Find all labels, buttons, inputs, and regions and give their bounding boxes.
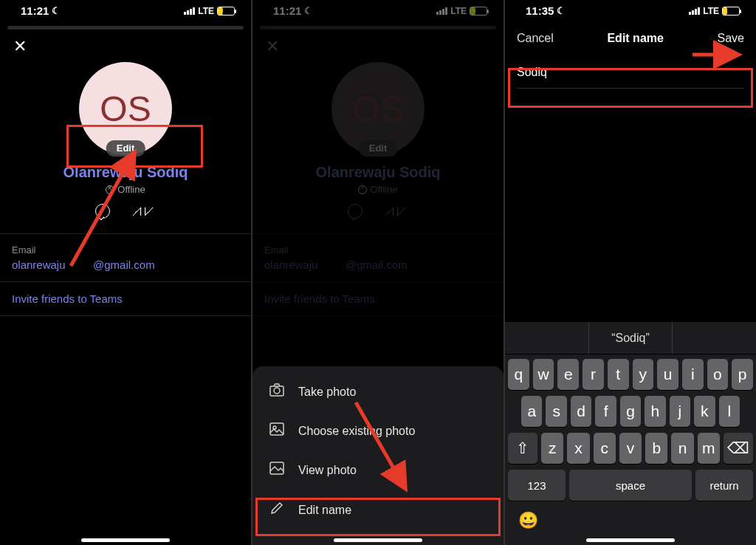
email-section: Email olanrewajuxxxxx@gmail.com: [0, 233, 251, 281]
profile-header: OS Edit Olanrewaju Sodiq Offline ⩘⩗: [0, 56, 251, 219]
activity-icon: ⩘⩗: [382, 204, 408, 219]
return-key[interactable]: return: [695, 470, 753, 501]
key-x[interactable]: x: [567, 433, 589, 464]
sheet-item-label: Edit name: [298, 504, 351, 517]
key-l[interactable]: l: [719, 396, 740, 427]
edit-name-option[interactable]: Edit name: [252, 490, 504, 530]
battery-icon: 29: [470, 7, 487, 16]
close-button: ✕: [252, 30, 504, 56]
home-indicator[interactable]: [586, 538, 675, 542]
space-key[interactable]: space: [569, 470, 692, 501]
offline-icon: [106, 185, 114, 194]
presence-label: Offline: [370, 184, 397, 195]
key-a[interactable]: a: [521, 396, 542, 427]
close-button[interactable]: ✕: [0, 30, 251, 56]
emoji-key[interactable]: 😀: [518, 511, 538, 529]
key-v[interactable]: v: [619, 433, 642, 464]
invite-friends-link: Invite friends to Teams: [252, 281, 504, 316]
key-j[interactable]: j: [670, 396, 690, 427]
pencil-icon: [269, 501, 285, 519]
screen-profile: 11:21 ☾ LTE 29 ✕ OS Edit Olanrewaju Sodi…: [0, 0, 251, 545]
presence-label: Offline: [117, 184, 145, 195]
screen-action-sheet: 11:21 ☾ LTE 29 ✕ OS Edit Olanrewaju Sodi…: [252, 0, 504, 545]
view-photo-option[interactable]: View photo: [252, 450, 504, 490]
cancel-button[interactable]: Cancel: [517, 32, 554, 45]
edit-avatar-button[interactable]: Edit: [106, 140, 145, 157]
avatar-initials: OS: [352, 89, 403, 129]
key-f[interactable]: f: [595, 396, 616, 427]
page-title: Edit name: [607, 32, 663, 45]
avatar-initials: OS: [100, 89, 151, 129]
edit-avatar-button: Edit: [359, 140, 398, 157]
battery-icon: 29: [217, 7, 235, 16]
activity-icon[interactable]: ⩘⩗: [129, 204, 156, 219]
image-icon: [269, 422, 285, 439]
keyboard-row-1: qwertyuiop: [508, 359, 753, 390]
numbers-key[interactable]: 123: [508, 470, 566, 501]
avatar[interactable]: OS Edit: [79, 62, 172, 155]
backspace-key[interactable]: ⌫: [724, 433, 753, 464]
key-o[interactable]: o: [707, 359, 729, 390]
keyboard-row-2: asdfghjkl: [508, 396, 753, 427]
name-input[interactable]: [517, 57, 744, 89]
key-u[interactable]: u: [657, 359, 678, 390]
key-q[interactable]: q: [508, 359, 529, 390]
email-value: olanrewajuxxxxx@gmail.com: [264, 258, 492, 271]
save-button[interactable]: Save: [718, 32, 744, 45]
offline-icon: [358, 185, 367, 194]
status-time: 11:21: [21, 4, 49, 17]
edit-name-navbar: Cancel Edit name Save: [505, 18, 756, 52]
sheet-item-label: View photo: [298, 464, 357, 477]
key-m[interactable]: m: [698, 433, 720, 464]
key-s[interactable]: s: [546, 396, 566, 427]
key-n[interactable]: n: [671, 433, 693, 464]
name-input-row: [505, 57, 756, 89]
email-label: Email: [12, 244, 239, 256]
dnd-moon-icon: ☾: [52, 5, 61, 16]
key-e[interactable]: e: [557, 359, 579, 390]
profile-header: OS Edit Olanrewaju Sodiq Offline ⩘⩗: [252, 62, 504, 219]
key-y[interactable]: y: [633, 359, 654, 390]
email-label: Email: [264, 244, 492, 256]
key-d[interactable]: d: [571, 396, 591, 427]
presence-row[interactable]: Offline: [0, 184, 251, 195]
key-r[interactable]: r: [583, 359, 604, 390]
key-t[interactable]: t: [608, 359, 629, 390]
presence-row: Offline: [252, 184, 504, 195]
chat-icon: [348, 204, 362, 219]
home-indicator[interactable]: [81, 538, 170, 542]
key-g[interactable]: g: [620, 396, 641, 427]
shift-key[interactable]: ⇧: [508, 433, 537, 464]
home-indicator[interactable]: [334, 538, 422, 542]
keyboard-row-3: ⇧ zxcvbnm ⌫: [508, 433, 753, 464]
display-name[interactable]: Olanrewaju Sodiq: [0, 164, 251, 181]
status-bar: 11:21 ☾ LTE 29: [252, 0, 504, 18]
sheet-item-label: Choose existing photo: [298, 425, 415, 438]
key-h[interactable]: h: [645, 396, 665, 427]
key-z[interactable]: z: [541, 433, 563, 464]
signal-icon: [184, 7, 195, 15]
status-time: 11:35: [526, 4, 554, 17]
invite-friends-link[interactable]: Invite friends to Teams: [0, 281, 251, 316]
suggestion[interactable]: “Sodiq”: [589, 322, 673, 354]
email-value[interactable]: olanrewajuxxxxx@gmail.com: [12, 258, 239, 271]
signal-icon: [689, 7, 700, 15]
action-sheet: Take photo Choose existing photo View ph…: [252, 366, 504, 545]
dnd-moon-icon: ☾: [557, 5, 566, 16]
keyboard-suggestions[interactable]: “Sodiq”: [505, 322, 756, 354]
chat-icon[interactable]: [95, 204, 110, 219]
key-p[interactable]: p: [732, 359, 753, 390]
take-photo-option[interactable]: Take photo: [252, 372, 504, 411]
key-i[interactable]: i: [682, 359, 704, 390]
keyboard: “Sodiq” qwertyuiop asdfghjkl ⇧ zxcvbnm ⌫…: [505, 322, 756, 545]
choose-photo-option[interactable]: Choose existing photo: [252, 411, 504, 450]
dnd-moon-icon: ☾: [304, 5, 313, 16]
key-b[interactable]: b: [645, 433, 667, 464]
sheet-item-label: Take photo: [298, 385, 356, 399]
key-k[interactable]: k: [694, 396, 715, 427]
svg-point-2: [274, 388, 280, 394]
svg-rect-3: [270, 423, 284, 435]
key-c[interactable]: c: [594, 433, 616, 464]
key-w[interactable]: w: [533, 359, 554, 390]
keyboard-row-4: 123 space return: [508, 470, 753, 501]
